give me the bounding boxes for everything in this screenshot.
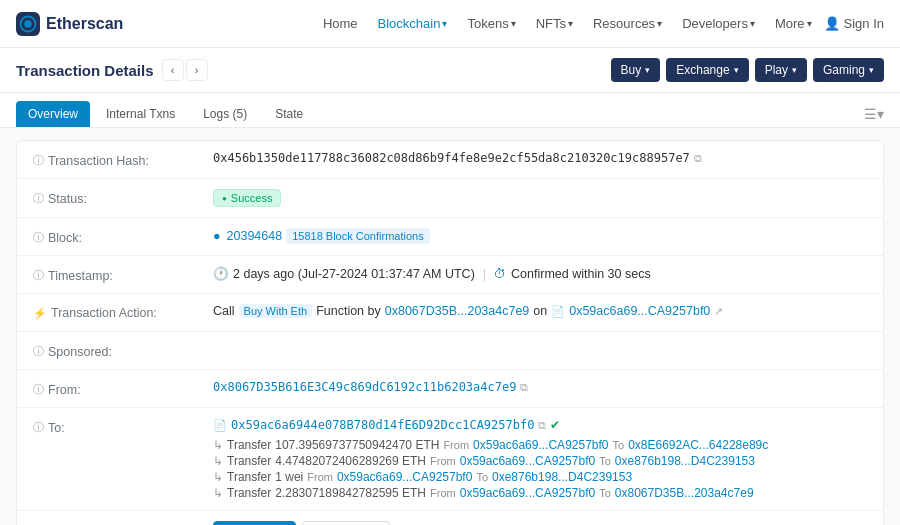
info-icon-5: ⓘ <box>33 344 44 359</box>
info-icon-3: ⓘ <box>33 230 44 245</box>
t2-to-link[interactable]: 0xe876b198...D4C239153 <box>615 454 755 468</box>
page-header-left: Transaction Details ‹ › <box>16 59 208 81</box>
status-value: Success <box>213 189 867 207</box>
tab-state[interactable]: State <box>263 101 315 127</box>
nav-resources[interactable]: Resources ▾ <box>585 12 670 35</box>
timestamp-label: ⓘ Timestamp: <box>33 266 213 283</box>
user-icon: 👤 <box>824 16 840 31</box>
block-row: ⓘ Block: ● 20394648 15818 Block Confirma… <box>17 218 883 256</box>
buy-chevron-icon: ▾ <box>645 65 650 75</box>
transfer-item-3: ↳ Transfer 1 wei From 0x59ac6a69...CA925… <box>213 470 867 484</box>
from-row: ⓘ From: 0x8067D35B616E3C49c869dC6192c11b… <box>17 370 883 408</box>
block-number-link[interactable]: 20394648 <box>227 229 283 243</box>
transaction-action-value: Call Buy With Eth Function by 0x8067D35B… <box>213 304 867 318</box>
page-title: Transaction Details <box>16 62 154 79</box>
t1-from-link[interactable]: 0x59ac6a69...CA9257bf0 <box>473 438 608 452</box>
contract-icon: 📄 <box>213 419 227 432</box>
to-value: 📄 0x59ac6a6944e078B780d14fE6D92Dcc1CA925… <box>213 418 867 500</box>
info-icon-7: ⓘ <box>33 420 44 435</box>
nav-nfts[interactable]: NFTs ▾ <box>528 12 581 35</box>
arrow-icon-3: ↳ <box>213 470 223 484</box>
copy-from-icon[interactable]: ⧉ <box>520 381 528 394</box>
transfer-item-1: ↳ Transfer 107.39569737750942470 ETH Fro… <box>213 438 867 452</box>
t4-from-link[interactable]: 0x59ac6a69...CA9257bf0 <box>460 486 595 500</box>
sponsored-row: ⓘ Sponsored: <box>17 332 883 370</box>
nav-home[interactable]: Home <box>315 12 366 35</box>
sign-in-button[interactable]: 👤 Sign In <box>824 16 884 31</box>
gaming-chevron-icon: ▾ <box>869 65 874 75</box>
arrow-icon-1: ↳ <box>213 438 223 452</box>
buy-button[interactable]: Buy ▾ <box>611 58 661 82</box>
t4-to-link[interactable]: 0x8067D35B...203a4c7e9 <box>615 486 754 500</box>
resources-chevron-icon: ▾ <box>657 18 662 29</box>
timestamp-row: ⓘ Timestamp: 🕐 2 days ago (Jul-27-2024 0… <box>17 256 883 294</box>
clock-icon: 🕐 <box>213 266 229 281</box>
tokens-chevron-icon: ▾ <box>511 18 516 29</box>
lightning-icon: ⚡ <box>33 307 47 320</box>
info-icon: ⓘ <box>33 153 44 168</box>
nav-arrows: ‹ › <box>162 59 208 81</box>
navbar: Etherscan Home Blockchain ▾ Tokens ▾ NFT… <box>0 0 900 48</box>
from-address-link[interactable]: 0x8067D35B616E3C49c869dC6192c11b6203a4c7… <box>213 380 516 394</box>
block-value: ● 20394648 15818 Block Confirmations <box>213 228 867 244</box>
more-chevron-icon: ▾ <box>807 18 812 29</box>
net-transfers-button[interactable]: Net Transfers <box>302 521 390 525</box>
confirmed-icon: ⏱ <box>494 267 507 281</box>
play-chevron-icon: ▾ <box>792 65 797 75</box>
gaming-button[interactable]: Gaming ▾ <box>813 58 884 82</box>
arrow-icon-2: ↳ <box>213 454 223 468</box>
nav-tokens[interactable]: Tokens ▾ <box>459 12 523 35</box>
block-dot-icon: ● <box>213 229 221 243</box>
nav-blockchain[interactable]: Blockchain ▾ <box>370 12 456 35</box>
play-button[interactable]: Play ▾ <box>755 58 807 82</box>
nfts-chevron-icon: ▾ <box>568 18 573 29</box>
prev-arrow-button[interactable]: ‹ <box>162 59 184 81</box>
tabs-container: Overview Internal Txns Logs (5) State ☰▾ <box>0 93 900 128</box>
nav-links: Home Blockchain ▾ Tokens ▾ NFTs ▾ Resour… <box>315 12 884 35</box>
function-address-link[interactable]: 0x8067D35B...203a4c7e9 <box>385 304 530 318</box>
t1-to-link[interactable]: 0x8E6692AC...64228e89c <box>628 438 768 452</box>
tab-logs[interactable]: Logs (5) <box>191 101 259 127</box>
to-row: ⓘ To: 📄 0x59ac6a6944e078B780d14fE6D92Dcc… <box>17 408 883 511</box>
to-label: ⓘ To: <box>33 418 213 435</box>
copy-to-icon[interactable]: ⧉ <box>538 419 546 432</box>
brand-name: Etherscan <box>46 15 123 33</box>
transaction-action-row: ⚡ Transaction Action: Call Buy With Eth … <box>17 294 883 332</box>
nav-more[interactable]: More ▾ <box>767 12 820 35</box>
brand: Etherscan <box>16 12 123 36</box>
tabs: Overview Internal Txns Logs (5) State <box>16 101 315 127</box>
external-link-icon[interactable]: ↗ <box>714 305 723 318</box>
copy-hash-icon[interactable]: ⧉ <box>694 152 702 165</box>
t2-from-link[interactable]: 0x59ac6a69...CA9257bf0 <box>460 454 595 468</box>
tab-overview[interactable]: Overview <box>16 101 90 127</box>
developers-chevron-icon: ▾ <box>750 18 755 29</box>
transfer-list: ↳ Transfer 107.39569737750942470 ETH Fro… <box>213 438 867 500</box>
action-tag: Buy With Eth <box>239 304 313 318</box>
verified-icon: ✔ <box>550 418 560 432</box>
table-view-icon[interactable]: ☰▾ <box>864 106 884 122</box>
contract-address-link[interactable]: 0x59ac6a69...CA9257bf0 <box>569 304 710 318</box>
t3-from-link[interactable]: 0x59ac6a69...CA9257bf0 <box>337 470 472 484</box>
status-badge: Success <box>213 189 281 207</box>
exchange-button[interactable]: Exchange ▾ <box>666 58 748 82</box>
t3-to-link[interactable]: 0xe876b198...D4C239153 <box>492 470 632 484</box>
all-transfers-button[interactable]: All Transfers <box>213 521 296 525</box>
next-arrow-button[interactable]: › <box>186 59 208 81</box>
from-value: 0x8067D35B616E3C49c869dC6192c11b6203a4c7… <box>213 380 867 394</box>
tab-internal-txns[interactable]: Internal Txns <box>94 101 187 127</box>
status-row: ⓘ Status: Success <box>17 179 883 218</box>
erc-transfer-buttons: All Transfers Net Transfers <box>213 521 390 525</box>
main-content: ⓘ Transaction Hash: 0x456b1350de117788c3… <box>16 140 884 525</box>
erc20-value: All Transfers Net Transfers ↳ From 0x59a… <box>213 521 867 525</box>
nav-developers[interactable]: Developers ▾ <box>674 12 763 35</box>
transaction-hash-label: ⓘ Transaction Hash: <box>33 151 213 168</box>
exchange-chevron-icon: ▾ <box>734 65 739 75</box>
etherscan-logo-icon <box>16 12 40 36</box>
erc20-row: ⓘ ERC-20 Tokens Transferred: All Transfe… <box>17 511 883 525</box>
transaction-hash-row: ⓘ Transaction Hash: 0x456b1350de117788c3… <box>17 141 883 179</box>
transaction-action-label: ⚡ Transaction Action: <box>33 304 213 320</box>
block-confirmations-badge: 15818 Block Confirmations <box>286 228 429 244</box>
to-address-link[interactable]: 0x59ac6a6944e078B780d14fE6D92Dcc1CA9257b… <box>231 418 534 432</box>
status-label: ⓘ Status: <box>33 189 213 206</box>
arrow-icon-4: ↳ <box>213 486 223 500</box>
